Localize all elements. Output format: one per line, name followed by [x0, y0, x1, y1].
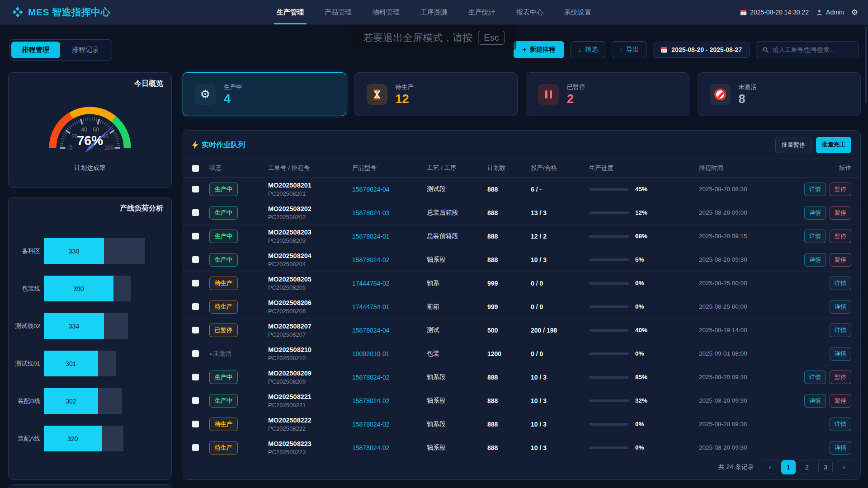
product-model-link[interactable]: 15878024-02: [352, 397, 427, 404]
page-scrollbar[interactable]: [865, 26, 867, 103]
ban-icon: [710, 84, 731, 105]
card-paused[interactable]: 已暂停 2: [526, 72, 689, 116]
detail-button[interactable]: 详情: [804, 371, 826, 384]
product-model-link[interactable]: 10002010-01: [352, 350, 427, 357]
settings-gear-icon[interactable]: ⚙: [851, 8, 858, 17]
nav-item[interactable]: 报表中心: [516, 0, 543, 24]
detail-button[interactable]: 详情: [830, 324, 851, 337]
detail-button[interactable]: 详情: [804, 253, 826, 267]
product-model-link[interactable]: 15878024-01: [352, 233, 427, 240]
row-checkbox[interactable]: [192, 327, 199, 333]
column-header: 工单号 / 排程号: [268, 164, 352, 172]
nav-item[interactable]: 生产统计: [468, 0, 495, 24]
progress-cell: 40%: [589, 327, 699, 333]
product-model-link[interactable]: 15878024-02: [352, 421, 427, 428]
batch-pause-button[interactable]: 批量暂停: [775, 137, 811, 153]
detail-button[interactable]: 详情: [830, 441, 851, 455]
detail-button[interactable]: 详情: [804, 183, 826, 196]
work-order-no: MO202508222: [268, 417, 352, 424]
progress-label: 12%: [635, 209, 647, 216]
pause-button[interactable]: 暂停: [830, 394, 851, 408]
schedule-no: PC202508210: [268, 355, 352, 361]
schedule-time: 2025-08-20 09:30: [699, 374, 803, 380]
progress-track: [589, 352, 629, 355]
row-checkbox[interactable]: [192, 303, 199, 310]
product-model-link[interactable]: 15878024-02: [352, 374, 427, 381]
progress-track: [589, 329, 629, 332]
row-checkbox[interactable]: [192, 397, 199, 404]
tab-schedule-manage[interactable]: 排程管理: [11, 42, 60, 58]
export-button[interactable]: ↑ 导出: [612, 41, 646, 58]
prev-page-button[interactable]: ‹: [763, 460, 777, 474]
pause-button[interactable]: 暂停: [830, 183, 851, 196]
detail-button[interactable]: 详情: [830, 300, 851, 314]
line-load-panel: 产线负荷分析 备料区 330 包装线 390: [8, 197, 172, 480]
calendar-icon: [660, 46, 668, 53]
nav-item[interactable]: 物料管理: [373, 0, 400, 24]
gear-icon: ⚙: [195, 84, 216, 105]
select-all-checkbox[interactable]: [192, 165, 199, 172]
plan-qty: 888: [487, 233, 531, 240]
plus-icon: +: [523, 46, 526, 53]
card-running[interactable]: ⚙ 生产中 4: [183, 72, 346, 116]
card-inactive[interactable]: 未激活 8: [698, 72, 861, 116]
row-checkbox[interactable]: [192, 209, 199, 216]
column-header: 投产/合格: [531, 164, 589, 172]
batch-finish-button[interactable]: 批量完工: [816, 137, 851, 153]
status-inactive: 未激活: [209, 350, 231, 357]
nav-item[interactable]: 生产管理: [277, 0, 304, 24]
row-checkbox[interactable]: [192, 186, 199, 192]
next-page-button[interactable]: ›: [837, 460, 851, 474]
row-checkbox[interactable]: [192, 350, 199, 357]
plan-qty: 888: [487, 256, 531, 263]
product-model-link[interactable]: 15878024-02: [352, 256, 427, 263]
row-checkbox[interactable]: [192, 374, 199, 380]
row-checkbox[interactable]: [192, 421, 199, 427]
card-waiting[interactable]: 待生产 12: [354, 72, 518, 116]
row-checkbox[interactable]: [192, 233, 199, 239]
pause-button[interactable]: 暂停: [830, 371, 851, 384]
row-checkbox[interactable]: [192, 256, 199, 263]
detail-button[interactable]: 详情: [830, 418, 851, 431]
filter-button[interactable]: ↓ 筛选: [571, 41, 605, 58]
schedule-no: PC202508223: [268, 449, 352, 455]
records-total: 共 24 条记录: [718, 463, 754, 471]
user-chip[interactable]: Admin: [816, 9, 844, 16]
nav-item[interactable]: 产品管理: [325, 0, 352, 24]
page-button[interactable]: 1: [781, 460, 796, 474]
tab-schedule-records[interactable]: 排程记录: [61, 42, 110, 58]
detail-button[interactable]: 详情: [804, 206, 826, 220]
search-input[interactable]: [773, 47, 852, 53]
product-model-link[interactable]: 17444784-02: [352, 280, 427, 287]
product-model-link[interactable]: 15878024-02: [352, 444, 427, 451]
page-button[interactable]: 2: [800, 460, 814, 474]
nav-item[interactable]: 系统设置: [564, 0, 591, 24]
new-schedule-button[interactable]: + 新建排程: [514, 41, 564, 58]
pause-button[interactable]: 暂停: [830, 230, 851, 243]
page-button[interactable]: 3: [818, 460, 833, 474]
detail-button[interactable]: 详情: [804, 230, 826, 243]
status-badge: 待生产: [209, 300, 238, 314]
bar-value: 320: [67, 435, 78, 442]
process-name: 测试段: [427, 185, 487, 193]
pause-button[interactable]: 暂停: [830, 253, 851, 267]
work-order-no: MO202508221: [268, 393, 352, 400]
detail-button[interactable]: 详情: [830, 277, 851, 290]
bar-fill: 330: [44, 238, 104, 264]
product-model-link[interactable]: 17444784-01: [352, 303, 427, 310]
row-checkbox[interactable]: [192, 444, 199, 451]
detail-button[interactable]: 详情: [830, 347, 851, 361]
today-overview-panel: 今日概览 02040608010076% 计划达成率: [8, 72, 172, 188]
pause-button[interactable]: 暂停: [830, 206, 851, 220]
product-model-link[interactable]: 15878024-03: [352, 209, 427, 216]
progress-track: [589, 235, 629, 238]
product-model-link[interactable]: 15878024-04: [352, 186, 427, 193]
nav-item[interactable]: 工序溯源: [420, 0, 448, 24]
table-row: 生产中 MO202508203 PC202508203 15878024-01 …: [183, 225, 860, 248]
column-header: 状态: [209, 164, 268, 172]
date-range-button[interactable]: 2025-08-20 - 2025-08-27: [653, 42, 750, 58]
row-actions: 详情: [803, 277, 851, 290]
detail-button[interactable]: 详情: [804, 394, 826, 408]
product-model-link[interactable]: 15878024-04: [352, 327, 427, 334]
row-checkbox[interactable]: [192, 280, 199, 286]
